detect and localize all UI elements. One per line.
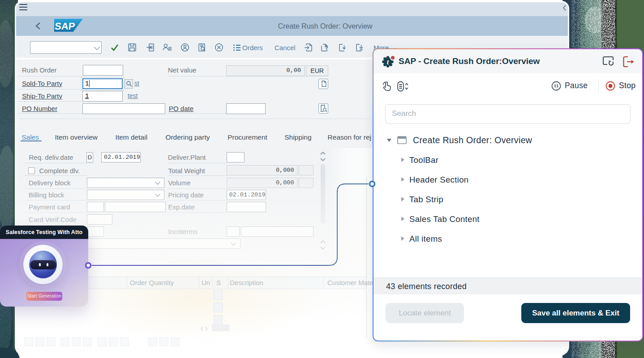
svg-text:t: t xyxy=(387,58,389,66)
svg-text:SAP: SAP xyxy=(54,21,76,32)
